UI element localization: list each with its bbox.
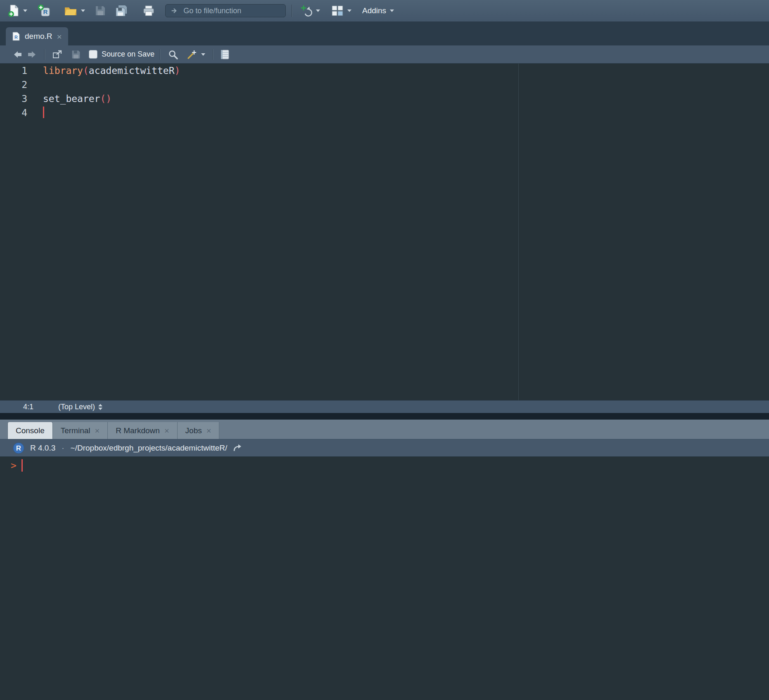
save-source-button[interactable] [69, 45, 83, 64]
console-tab-console[interactable]: Console [7, 422, 53, 439]
magic-wand-icon [187, 49, 197, 60]
close-tab-icon[interactable]: × [95, 427, 100, 435]
forward-button[interactable] [25, 45, 39, 64]
addins-label: Addins [362, 6, 386, 15]
console-tab-r-markdown[interactable]: R Markdown× [108, 422, 177, 439]
editor-margin-line [518, 64, 519, 400]
source-tabstrip: R demo.R × [0, 22, 769, 45]
panes-caret-icon[interactable] [347, 9, 351, 12]
notebook-icon [220, 49, 230, 60]
save-all-icon [115, 5, 128, 17]
tab-label: demo.R [25, 32, 52, 41]
find-replace-button[interactable] [166, 45, 180, 64]
new-file-caret-icon[interactable] [23, 9, 27, 12]
source-on-save-checkbox[interactable] [89, 50, 97, 59]
console-tab-terminal[interactable]: Terminal× [53, 422, 108, 439]
new-file-icon [8, 4, 19, 17]
console-tab-jobs[interactable]: Jobs× [178, 422, 220, 439]
dot-separator: · [62, 444, 64, 453]
code-text [27, 78, 43, 92]
new-file-button[interactable] [6, 2, 21, 20]
addins-menu[interactable]: Addins [362, 6, 394, 15]
code-line[interactable]: 4 [0, 106, 769, 120]
tab-demo-r[interactable]: R demo.R × [6, 27, 68, 45]
back-button[interactable] [11, 45, 25, 64]
code-text: library(academictwitteR) [27, 64, 180, 78]
magnifier-icon [168, 49, 178, 60]
panes-grid-icon [331, 5, 344, 17]
code-lines: 1library(academictwitteR)23set_bearer()4 [0, 64, 769, 120]
code-tools-caret-icon[interactable] [201, 53, 205, 56]
version-control-icon [300, 5, 312, 17]
scope-label: (Top Level) [58, 403, 95, 411]
tab-label: Terminal [61, 426, 90, 435]
print-icon [142, 5, 155, 17]
source-on-save-label: Source on Save [102, 50, 154, 59]
save-icon [95, 5, 106, 17]
r-logo-icon: R [12, 442, 25, 454]
code-line[interactable]: 2 [0, 78, 769, 92]
line-number: 1 [0, 64, 27, 78]
console[interactable]: > [0, 457, 769, 700]
save-icon [71, 50, 81, 59]
cursor-position: 4:1 [23, 403, 33, 411]
console-cursor [21, 459, 23, 472]
editor-toolbar-separator [44, 49, 45, 60]
addins-caret-icon [390, 9, 394, 12]
console-tabstrip: ConsoleTerminal×R Markdown×Jobs× [0, 420, 769, 439]
code-text [27, 106, 44, 120]
toolbar-separator [292, 5, 292, 17]
tab-label: Jobs [185, 426, 202, 435]
r-file-icon: R [12, 31, 20, 41]
popup-window-icon [52, 50, 63, 59]
code-line[interactable]: 1library(academictwitteR) [0, 64, 769, 78]
code-text: set_bearer() [27, 92, 112, 106]
goto-arrow-icon [171, 7, 178, 14]
console-prompt: > [11, 460, 17, 471]
svg-text:R: R [16, 444, 21, 452]
line-number: 3 [0, 92, 27, 106]
scope-selector[interactable]: (Top Level) [58, 403, 102, 411]
goto-file-box[interactable] [165, 4, 286, 17]
editor-toolbar: Source on Save [0, 45, 769, 64]
console-prompt-line: > [11, 458, 769, 472]
main-toolbar: R [0, 0, 769, 22]
version-control-caret-icon[interactable] [316, 9, 320, 12]
pane-splitter[interactable] [0, 413, 769, 420]
workspace-panes-button[interactable] [329, 2, 346, 20]
scope-stepper-icon[interactable] [98, 404, 102, 410]
editor-toolbar-separator [160, 49, 160, 60]
open-file-button[interactable] [62, 2, 79, 20]
save-all-button[interactable] [113, 2, 131, 20]
close-tab-icon[interactable]: × [57, 32, 62, 41]
svg-text:R: R [14, 35, 18, 40]
open-in-new-window-button[interactable] [50, 45, 65, 64]
editor-status-bar: 4:1 (Top Level) [0, 400, 769, 413]
tab-label: Console [16, 426, 45, 435]
editor-toolbar-separator [212, 49, 213, 60]
close-tab-icon[interactable]: × [206, 427, 211, 435]
editor-cursor [43, 107, 44, 118]
goto-working-directory-icon[interactable] [233, 444, 243, 453]
back-arrow-icon [13, 50, 23, 59]
goto-file-input[interactable] [183, 6, 280, 16]
r-version: R 4.0.3 [30, 444, 55, 453]
working-directory: ~/Dropbox/edbrgh_projects/academictwitte… [71, 444, 228, 453]
compile-report-button[interactable] [218, 45, 232, 64]
save-button[interactable] [93, 2, 108, 20]
code-line[interactable]: 3set_bearer() [0, 92, 769, 106]
tab-label: R Markdown [116, 426, 160, 435]
code-tools-button[interactable] [185, 45, 199, 64]
svg-text:R: R [43, 8, 48, 15]
forward-arrow-icon [27, 50, 37, 59]
version-control-button[interactable] [298, 2, 314, 20]
open-folder-icon [64, 5, 77, 17]
new-project-button[interactable]: R [36, 2, 53, 20]
print-button[interactable] [140, 2, 157, 20]
console-header: R R 4.0.3 · ~/Dropbox/edbrgh_projects/ac… [0, 439, 769, 457]
source-editor[interactable]: 1library(academictwitteR)23set_bearer()4 [0, 64, 769, 400]
line-number: 2 [0, 78, 27, 92]
close-tab-icon[interactable]: × [164, 427, 169, 435]
line-number: 4 [0, 106, 27, 120]
open-recent-caret-icon[interactable] [81, 9, 85, 12]
